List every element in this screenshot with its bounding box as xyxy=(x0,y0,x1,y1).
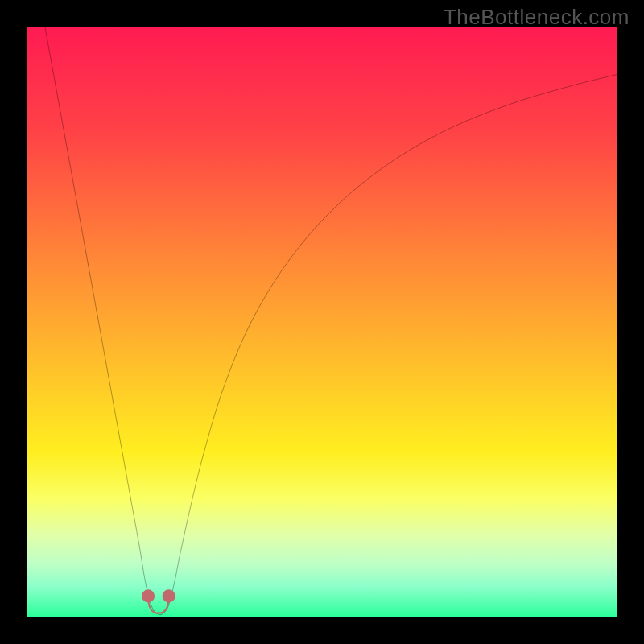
chart-plot-area xyxy=(27,27,617,617)
chart-background-gradient xyxy=(27,27,617,617)
watermark-text: TheBottleneck.com xyxy=(444,5,630,30)
svg-rect-0 xyxy=(27,27,617,617)
